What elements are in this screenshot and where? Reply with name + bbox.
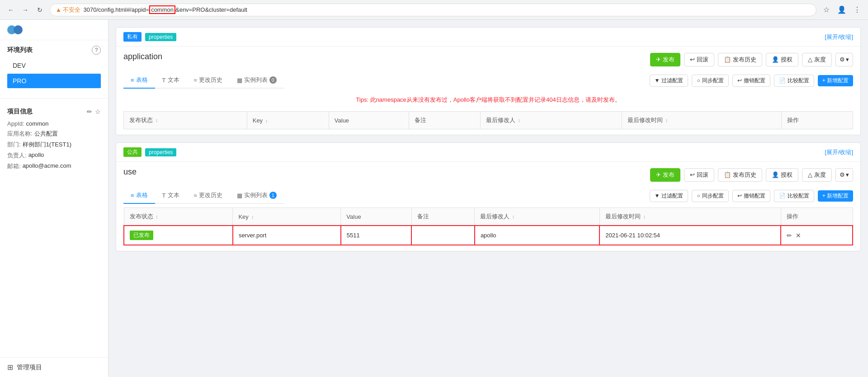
- public-auth-btn[interactable]: 👤 授权: [766, 168, 798, 182]
- public-ns-actions: ✈ 发布 ↩ 回滚 📋 发布历史 👤 授权: [650, 168, 853, 182]
- owner-row: 负责人: apollo: [7, 151, 101, 160]
- tab-private-instances[interactable]: ▦ 实例列表 0: [230, 72, 284, 89]
- col-key: Key ↕: [247, 112, 329, 129]
- project-header: 项目信息 ✏ ☆: [7, 108, 101, 116]
- private-filter-actions: ▼ 过滤配置 ○ 同步配置 ↩ 撤销配置 📄: [650, 75, 853, 87]
- tab-public-text[interactable]: T 文本: [155, 188, 187, 204]
- col-modifier-2: 最后修改人 ↕: [475, 208, 599, 226]
- private-rollback-btn[interactable]: ↩ 回滚: [684, 53, 714, 66]
- tab-private-history[interactable]: ≈ 更改历史: [187, 72, 230, 89]
- project-title: 项目信息: [7, 108, 33, 116]
- tab-public-history[interactable]: ≈ 更改历史: [187, 188, 230, 204]
- delete-row-icon[interactable]: ✕: [796, 232, 801, 239]
- tab-private-table[interactable]: ≡ 表格: [123, 72, 155, 89]
- private-gray-btn[interactable]: △ 灰度: [802, 53, 832, 66]
- public-sync-btn[interactable]: ○ 同步配置: [692, 190, 728, 202]
- public-history-btn[interactable]: 📋 发布历史: [718, 168, 762, 182]
- manage-label: 管理项目: [17, 363, 42, 372]
- cell-actions: ✏ ✕: [781, 226, 853, 245]
- col-status-2: 发布状态 ↕: [124, 208, 233, 226]
- filter-icon-2: ▼: [655, 193, 660, 199]
- private-auth-btn[interactable]: 👤 授权: [766, 53, 798, 66]
- public-tabs: ≡ 表格 T 文本 ≈ 更改历史 ▦ 实例列表: [123, 188, 284, 204]
- reload-button[interactable]: ↻: [33, 4, 46, 16]
- dept-row: 部门: 样例部门1(TEST1): [7, 141, 101, 149]
- email-label: 邮箱:: [7, 162, 21, 170]
- help-icon[interactable]: ?: [92, 46, 101, 55]
- public-gray-btn[interactable]: △ 灰度: [802, 168, 832, 182]
- cell-value: 5511: [341, 226, 412, 245]
- auth-icon-2: 👤: [772, 171, 779, 178]
- email-value: apollo@acme.com: [23, 162, 71, 170]
- instances-tab-icon: ▦: [237, 77, 242, 84]
- private-tabs: ≡ 表格 T 文本 ≈ 更改历史 ▦ 实例列表: [123, 72, 284, 89]
- col-value: Value: [329, 112, 409, 129]
- owner-label: 负责人:: [7, 151, 27, 160]
- col-actions: 操作: [782, 112, 853, 129]
- edit-row-icon[interactable]: ✏: [787, 232, 792, 239]
- public-expand-link[interactable]: [展开/收缩]: [825, 148, 853, 156]
- sync-icon-2: ○: [697, 193, 700, 199]
- appname-row: 应用名称: 公共配置: [7, 130, 101, 138]
- tab-public-table[interactable]: ≡ 表格: [123, 188, 155, 204]
- private-sync-btn[interactable]: ○ 同步配置: [692, 75, 728, 87]
- table-tab-icon-2: ≡: [131, 192, 134, 199]
- sidebar-item-dev[interactable]: DEV: [7, 58, 101, 73]
- private-expand-link[interactable]: [展开/收缩]: [825, 33, 853, 41]
- appid-value: common: [26, 120, 49, 127]
- appname-label: 应用名称:: [7, 130, 33, 138]
- manage-icon: ⊞: [7, 363, 13, 372]
- forward-button[interactable]: →: [19, 4, 32, 16]
- dept-label: 部门:: [7, 141, 21, 149]
- back-button[interactable]: ←: [5, 4, 17, 16]
- dropdown-icon-2: ▾: [846, 171, 849, 178]
- public-rollback-btn[interactable]: ↩ 回滚: [684, 168, 714, 182]
- history-tab-icon-2: ≈: [194, 192, 197, 199]
- gray-icon-2: △: [808, 171, 812, 178]
- col-remark-2: 备注: [411, 208, 474, 226]
- sidebar-item-pro[interactable]: PRO: [7, 74, 101, 88]
- private-config-table: 发布状态 ↕ Key ↕ Value 备注 最后修改人 ↕ 最后修改时间 ↕ 操…: [123, 111, 853, 129]
- public-cancel-btn[interactable]: ↩ 撤销配置: [732, 190, 770, 202]
- gear-icon: ⚙: [840, 56, 845, 63]
- public-ns-body: use ✈ 发布 ↩ 回滚 📋 发布历史: [116, 162, 860, 251]
- email-row: 邮箱: apollo@acme.com: [7, 162, 101, 170]
- private-compare-btn[interactable]: 📄 比较配置: [774, 75, 814, 87]
- private-history-btn[interactable]: 📋 发布历史: [718, 53, 762, 66]
- private-publish-btn[interactable]: ✈ 发布: [650, 53, 680, 66]
- public-compare-btn[interactable]: 📄 比较配置: [774, 190, 814, 202]
- logo-circle-2: [14, 25, 23, 34]
- manage-section[interactable]: ⊞ 管理项目: [0, 357, 108, 377]
- menu-button[interactable]: ⋮: [851, 4, 863, 16]
- bookmark-button[interactable]: ☆: [820, 4, 833, 16]
- tab-private-text[interactable]: T 文本: [155, 72, 187, 89]
- tab-public-instances[interactable]: ▦ 实例列表 1: [230, 188, 284, 204]
- public-filter-btn[interactable]: ▼ 过滤配置: [650, 190, 689, 202]
- edit-icon[interactable]: ✏: [87, 108, 92, 115]
- project-actions: ✏ ☆: [87, 108, 101, 115]
- col-status: 发布状态 ↕: [124, 112, 247, 129]
- env-section-title: 环境列表: [7, 46, 33, 54]
- profile-button[interactable]: 👤: [835, 4, 848, 16]
- publish-plane-icon-2: ✈: [656, 171, 661, 178]
- address-bar[interactable]: ▲ 不安全 3070/config.html#/appid=common&env…: [50, 4, 816, 16]
- dept-value: 样例部门1(TEST1): [23, 141, 71, 149]
- env-section: 环境列表 ? DEV PRO: [0, 40, 108, 94]
- public-add-btn[interactable]: + 新增配置: [818, 190, 853, 202]
- private-instance-badge: 0: [269, 76, 277, 84]
- tag-properties-public: properties: [145, 148, 176, 156]
- private-cancel-btn[interactable]: ↩ 撤销配置: [732, 75, 770, 87]
- star-icon[interactable]: ☆: [95, 108, 101, 115]
- public-gear-btn[interactable]: ⚙ ▾: [835, 168, 853, 182]
- private-add-btn[interactable]: + 新增配置: [818, 75, 853, 86]
- cell-modifier: apollo: [475, 226, 599, 245]
- tag-public: 公共: [123, 147, 142, 157]
- tag-properties-private: properties: [145, 33, 176, 41]
- private-ns-tags: 私有 properties: [123, 32, 176, 42]
- table-tab-icon: ≡: [131, 77, 134, 84]
- private-gear-btn[interactable]: ⚙ ▾: [835, 53, 853, 66]
- public-ns-header: 公共 properties [展开/收缩]: [116, 143, 860, 162]
- public-publish-btn[interactable]: ✈ 发布: [650, 168, 680, 182]
- private-filter-btn[interactable]: ▼ 过滤配置: [650, 75, 689, 87]
- public-filter-actions: ▼ 过滤配置 ○ 同步配置 ↩ 撤销配置 📄: [650, 190, 853, 202]
